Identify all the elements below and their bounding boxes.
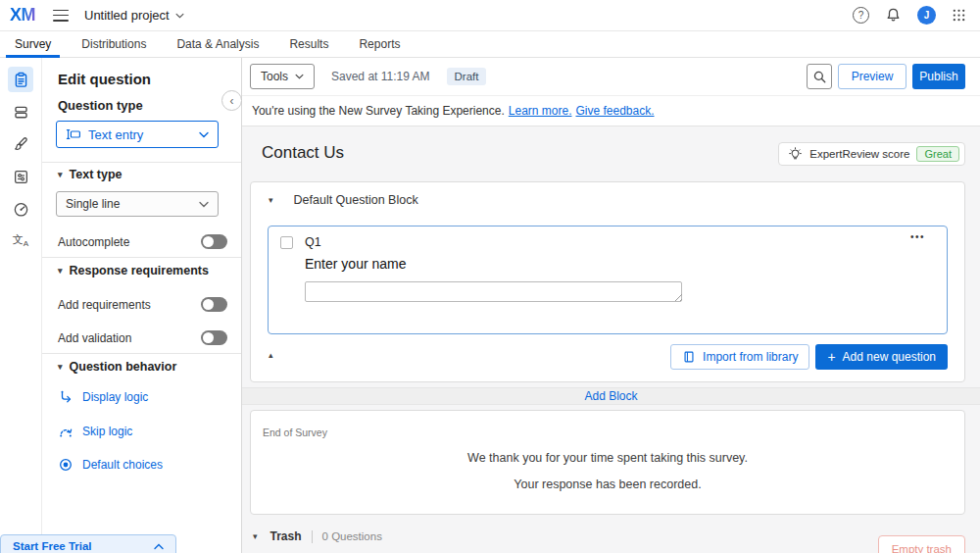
survey-flow-icon[interactable]: [8, 99, 33, 125]
survey-title[interactable]: Contact Us: [262, 143, 344, 163]
import-from-library-button[interactable]: Import from library: [670, 344, 809, 370]
search-button[interactable]: [807, 64, 832, 89]
question-checkbox[interactable]: [280, 236, 293, 249]
expert-review-label: ExpertReview score: [809, 148, 909, 160]
add-block-link[interactable]: Add Block: [584, 389, 637, 403]
expert-review-gauge-icon[interactable]: [8, 196, 33, 222]
end-of-survey-message-2: Your response has been recorded.: [251, 478, 964, 491]
display-logic-link[interactable]: Display logic: [58, 389, 148, 405]
text-entry-icon: [66, 127, 81, 141]
default-choices-link[interactable]: Default choices: [58, 457, 163, 473]
add-new-question-label: Add new question: [843, 350, 936, 364]
preview-button[interactable]: Preview: [838, 64, 906, 89]
autocomplete-row: Autocomplete: [58, 234, 227, 249]
response-requirements-section-header[interactable]: ▾ Response requirements: [58, 264, 209, 277]
add-validation-toggle[interactable]: [201, 330, 227, 345]
library-book-icon: [682, 350, 696, 364]
question-card-q1[interactable]: Q1 ••• Enter your name: [268, 226, 948, 334]
left-icon-rail: 文A: [0, 58, 42, 553]
project-title: Untitled project: [84, 8, 170, 23]
project-title-menu[interactable]: Untitled project: [84, 8, 184, 23]
edit-question-panel: Edit question Question type Text entry ▾…: [42, 58, 242, 553]
add-validation-label: Add validation: [58, 331, 131, 345]
survey-toolbar: Tools Saved at 11:19 AM Draft Preview Pu…: [242, 58, 980, 96]
trash-section: ▾ Trash 0 Questions: [253, 529, 382, 543]
chevron-left-icon: ‹: [230, 94, 234, 108]
search-icon: [812, 70, 827, 84]
add-requirements-row: Add requirements: [58, 297, 227, 312]
survey-options-sliders-icon[interactable]: [8, 164, 33, 189]
question-behavior-section-header[interactable]: ▾ Question behavior: [58, 360, 176, 374]
autocomplete-toggle[interactable]: [201, 234, 227, 249]
add-requirements-toggle[interactable]: [201, 297, 227, 312]
menu-icon[interactable]: [53, 10, 69, 22]
saved-status: Saved at 11:19 AM: [331, 70, 430, 83]
main-area: Tools Saved at 11:19 AM Draft Preview Pu…: [242, 58, 980, 553]
panel-divider: [42, 162, 241, 163]
notice-message: You're using the New Survey Taking Exper…: [252, 104, 505, 118]
triangle-up-icon[interactable]: ▴: [269, 350, 273, 360]
app-header: XM Untitled project ? J: [0, 0, 980, 31]
trash-question-count: 0 Questions: [322, 530, 382, 542]
start-free-trial-banner[interactable]: Start Free Trial: [0, 534, 176, 553]
user-avatar[interactable]: J: [917, 6, 936, 25]
question-type-dropdown[interactable]: Text entry: [56, 121, 219, 148]
add-requirements-label: Add requirements: [58, 298, 151, 312]
trash-label[interactable]: Trash: [270, 529, 302, 543]
end-of-survey-message-1: We thank you for your time spent taking …: [251, 451, 964, 465]
triangle-down-icon: ▾: [58, 171, 63, 179]
survey-builder-icon[interactable]: [8, 67, 33, 92]
tab-distributions[interactable]: Distributions: [73, 31, 155, 57]
expert-review-score-pill[interactable]: ExpertReview score Great: [778, 142, 965, 166]
look-and-feel-brush-icon[interactable]: [8, 131, 33, 157]
question-id: Q1: [305, 235, 321, 249]
import-from-library-label: Import from library: [703, 350, 798, 364]
question-text[interactable]: Enter your name: [305, 256, 407, 272]
app-grid-icon[interactable]: [952, 8, 966, 23]
learn-more-link[interactable]: Learn more.: [509, 104, 572, 118]
tab-reports[interactable]: Reports: [350, 31, 409, 57]
text-type-select[interactable]: Single line: [56, 191, 219, 217]
publish-button[interactable]: Publish: [912, 64, 965, 89]
lightbulb-icon: [788, 147, 803, 162]
translations-icon[interactable]: 文A: [8, 228, 33, 254]
default-choices-radio-icon: [58, 457, 74, 473]
trash-divider: [312, 530, 313, 543]
tab-results[interactable]: Results: [280, 31, 337, 57]
end-of-survey-block[interactable]: End of Survey We thank you for your time…: [250, 410, 965, 515]
chevron-down-icon: [175, 13, 184, 19]
survey-canvas: Contact Us ExpertReview score Great ▾ De…: [242, 126, 980, 553]
notifications-bell-icon[interactable]: [885, 7, 902, 24]
text-type-section-header[interactable]: ▾ Text type: [58, 168, 122, 181]
chevron-down-icon: [199, 131, 209, 138]
new-experience-notice: You're using the New Survey Taking Exper…: [242, 96, 980, 126]
panel-title: Edit question: [58, 71, 151, 87]
help-icon[interactable]: ?: [853, 7, 869, 24]
panel-divider: [42, 257, 241, 258]
add-block-strip: Add Block: [242, 387, 980, 405]
tab-survey[interactable]: Survey: [6, 31, 60, 57]
triangle-down-icon: ▾: [58, 267, 63, 276]
answer-input[interactable]: [305, 281, 682, 302]
add-new-question-button[interactable]: + Add new question: [815, 344, 948, 370]
app-window: XM Untitled project ? J Survey Distribut…: [0, 0, 980, 553]
triangle-down-icon[interactable]: ▾: [269, 196, 273, 205]
question-menu-dots-icon[interactable]: •••: [910, 231, 925, 242]
question-type-label: Question type: [58, 98, 143, 113]
add-validation-row: Add validation: [58, 330, 227, 345]
default-choices-label: Default choices: [82, 458, 163, 472]
tools-menu-button[interactable]: Tools: [250, 64, 315, 89]
tab-data-analysis[interactable]: Data & Analysis: [168, 31, 268, 57]
collapse-panel-button[interactable]: ‹: [221, 90, 242, 111]
default-question-block: ▾ Default Question Block Q1 ••• Enter yo…: [250, 181, 965, 382]
give-feedback-link[interactable]: Give feedback.: [575, 104, 654, 118]
question-behavior-label: Question behavior: [70, 360, 177, 374]
empty-trash-button[interactable]: Empty trash: [878, 535, 965, 553]
triangle-down-icon[interactable]: ▾: [253, 532, 258, 541]
block-title[interactable]: Default Question Block: [294, 193, 418, 207]
skip-logic-link[interactable]: Skip logic: [58, 424, 132, 439]
autocomplete-label: Autocomplete: [58, 235, 129, 249]
panel-divider: [42, 353, 241, 354]
chevron-up-icon[interactable]: [154, 543, 164, 550]
xm-logo[interactable]: XM: [10, 5, 35, 25]
